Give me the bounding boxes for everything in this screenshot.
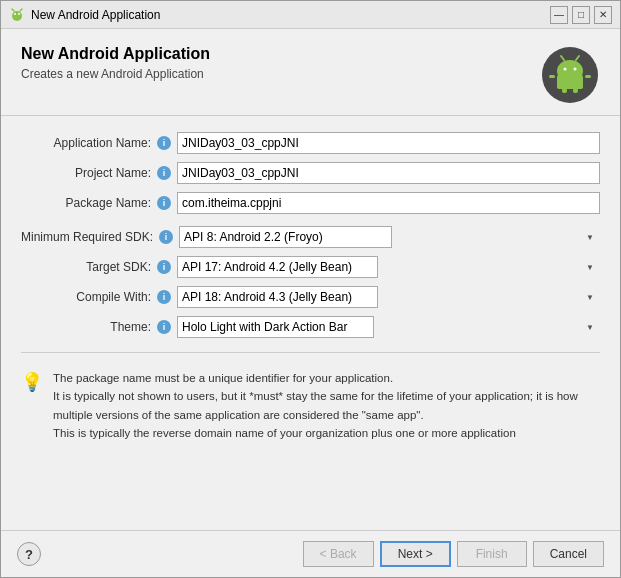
minimize-button[interactable]: — xyxy=(550,6,568,24)
target-sdk-info-icon[interactable]: i xyxy=(157,260,171,274)
footer-right: < Back Next > Finish Cancel xyxy=(303,541,604,567)
header-section: New Android Application Creates a new An… xyxy=(1,29,620,116)
app-name-info-icon[interactable]: i xyxy=(157,136,171,150)
divider xyxy=(21,352,600,353)
help-button[interactable]: ? xyxy=(17,542,41,566)
project-name-input[interactable] xyxy=(177,162,600,184)
package-name-input[interactable] xyxy=(177,192,600,214)
svg-point-9 xyxy=(564,68,567,71)
theme-wrapper: Holo Light with Dark Action Bar Holo Lig… xyxy=(177,316,600,338)
window-icon xyxy=(9,7,25,23)
back-button[interactable]: < Back xyxy=(303,541,374,567)
svg-rect-16 xyxy=(573,88,578,93)
maximize-button[interactable]: □ xyxy=(572,6,590,24)
compile-with-info-icon[interactable]: i xyxy=(157,290,171,304)
target-sdk-row: Target SDK: i API 17: Android 4.2 (Jelly… xyxy=(21,256,600,278)
min-sdk-wrapper: API 8: Android 2.2 (Froyo) API 10: Andro… xyxy=(179,226,600,248)
main-window: New Android Application — □ ✕ New Androi… xyxy=(0,0,621,578)
theme-label: Theme: xyxy=(21,320,151,334)
svg-rect-14 xyxy=(585,75,591,78)
header-text-block: New Android Application Creates a new An… xyxy=(21,45,210,81)
svg-line-5 xyxy=(20,9,22,11)
theme-select[interactable]: Holo Light with Dark Action Bar Holo Lig… xyxy=(177,316,374,338)
theme-info-icon[interactable]: i xyxy=(157,320,171,334)
theme-row: Theme: i Holo Light with Dark Action Bar… xyxy=(21,316,600,338)
android-logo xyxy=(540,45,600,105)
svg-point-2 xyxy=(14,13,16,15)
page-title: New Android Application xyxy=(21,45,210,63)
next-button[interactable]: Next > xyxy=(380,541,451,567)
app-name-input[interactable] xyxy=(177,132,600,154)
project-name-info-icon[interactable]: i xyxy=(157,166,171,180)
window-title: New Android Application xyxy=(31,8,160,22)
title-bar-left: New Android Application xyxy=(9,7,160,23)
finish-button[interactable]: Finish xyxy=(457,541,527,567)
close-button[interactable]: ✕ xyxy=(594,6,612,24)
min-sdk-info-icon[interactable]: i xyxy=(159,230,173,244)
title-bar-controls: — □ ✕ xyxy=(550,6,612,24)
package-name-row: Package Name: i xyxy=(21,192,600,214)
footer-left: ? xyxy=(17,542,41,566)
svg-rect-15 xyxy=(562,88,567,93)
svg-rect-13 xyxy=(549,75,555,78)
dropdowns-section: Minimum Required SDK: i API 8: Android 2… xyxy=(1,222,620,346)
svg-line-4 xyxy=(12,9,14,11)
package-name-label: Package Name: xyxy=(21,196,151,210)
svg-point-3 xyxy=(18,13,20,15)
project-name-label: Project Name: xyxy=(21,166,151,180)
package-name-info-icon[interactable]: i xyxy=(157,196,171,210)
title-bar: New Android Application — □ ✕ xyxy=(1,1,620,29)
compile-with-label: Compile With: xyxy=(21,290,151,304)
target-sdk-select[interactable]: API 17: Android 4.2 (Jelly Bean) API 18:… xyxy=(177,256,378,278)
content-area: New Android Application Creates a new An… xyxy=(1,29,620,530)
min-sdk-row: Minimum Required SDK: i API 8: Android 2… xyxy=(21,226,600,248)
bulb-icon: 💡 xyxy=(21,371,43,393)
form-section: Application Name: i Project Name: i Pack… xyxy=(1,116,620,222)
app-name-row: Application Name: i xyxy=(21,132,600,154)
compile-with-wrapper: API 18: Android 4.3 (Jelly Bean) xyxy=(177,286,600,308)
svg-rect-1 xyxy=(13,14,21,19)
info-text: The package name must be a unique identi… xyxy=(53,369,600,443)
app-name-label: Application Name: xyxy=(21,136,151,150)
compile-with-row: Compile With: i API 18: Android 4.3 (Jel… xyxy=(21,286,600,308)
cancel-button[interactable]: Cancel xyxy=(533,541,604,567)
svg-point-10 xyxy=(574,68,577,71)
project-name-row: Project Name: i xyxy=(21,162,600,184)
target-sdk-label: Target SDK: xyxy=(21,260,151,274)
footer: ? < Back Next > Finish Cancel xyxy=(1,530,620,577)
info-box: 💡 The package name must be a unique iden… xyxy=(1,359,620,530)
compile-with-select[interactable]: API 18: Android 4.3 (Jelly Bean) xyxy=(177,286,378,308)
page-subtitle: Creates a new Android Application xyxy=(21,67,210,81)
min-sdk-select[interactable]: API 8: Android 2.2 (Froyo) API 10: Andro… xyxy=(179,226,392,248)
target-sdk-wrapper: API 17: Android 4.2 (Jelly Bean) API 18:… xyxy=(177,256,600,278)
min-sdk-label: Minimum Required SDK: xyxy=(21,230,153,244)
svg-rect-8 xyxy=(557,75,583,89)
